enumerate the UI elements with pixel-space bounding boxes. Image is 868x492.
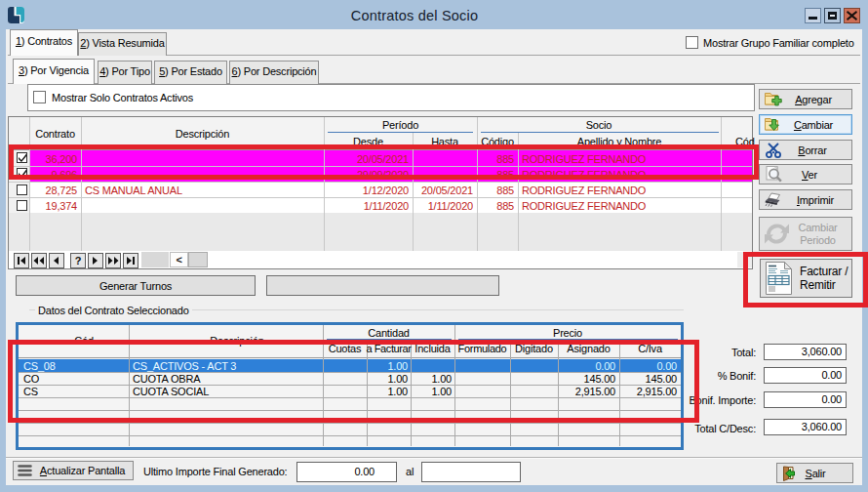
svg-text:?: ? [75, 255, 82, 266]
